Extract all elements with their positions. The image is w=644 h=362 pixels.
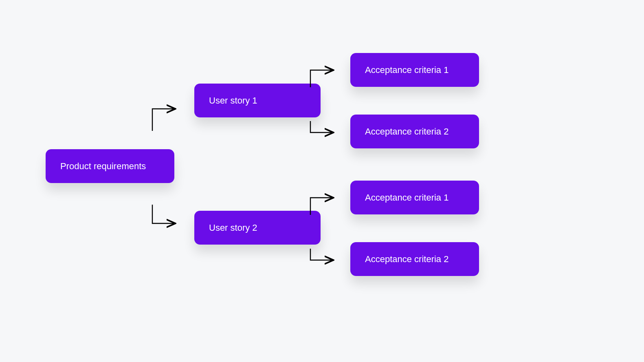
node-acceptance-2-1: Acceptance criteria 1 bbox=[350, 181, 479, 214]
node-label: User story 1 bbox=[209, 95, 257, 106]
node-acceptance-1-2: Acceptance criteria 2 bbox=[350, 115, 479, 148]
node-label: Acceptance criteria 2 bbox=[365, 126, 448, 137]
connector-arrow-down-icon bbox=[152, 204, 184, 232]
connector-arrow-down-icon bbox=[310, 248, 342, 267]
node-user-story-2: User story 2 bbox=[194, 211, 321, 245]
node-label: Acceptance criteria 1 bbox=[365, 192, 448, 203]
connector-arrow-up-icon bbox=[310, 194, 342, 218]
connector-arrow-up-icon bbox=[310, 67, 342, 90]
connector-arrow-up-icon bbox=[152, 106, 184, 134]
connector-arrow-down-icon bbox=[310, 120, 342, 140]
node-product-requirements: Product requirements bbox=[46, 149, 174, 183]
node-label: Product requirements bbox=[60, 161, 146, 172]
node-acceptance-1-1: Acceptance criteria 1 bbox=[350, 53, 479, 87]
node-label: Acceptance criteria 2 bbox=[365, 254, 448, 265]
node-acceptance-2-2: Acceptance criteria 2 bbox=[350, 242, 479, 276]
node-user-story-1: User story 1 bbox=[194, 84, 321, 117]
node-label: Acceptance criteria 1 bbox=[365, 65, 448, 75]
node-label: User story 2 bbox=[209, 223, 257, 233]
